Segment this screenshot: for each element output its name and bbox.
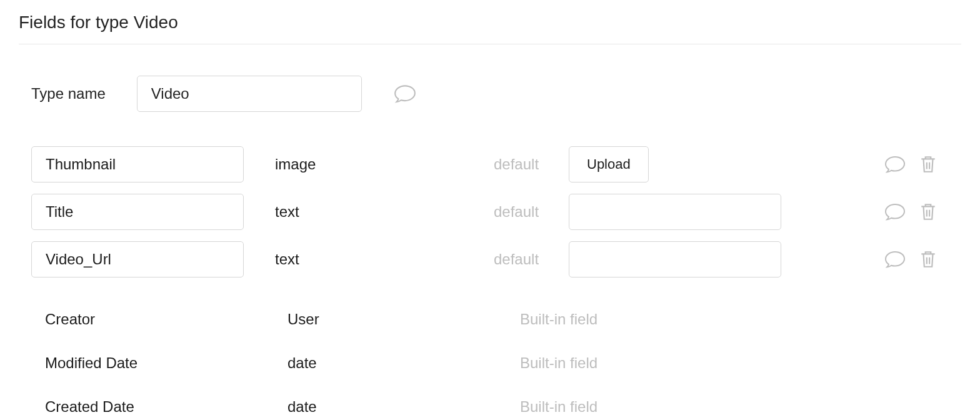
field-name-input[interactable] xyxy=(31,241,244,278)
default-label: default xyxy=(494,156,562,173)
field-name-input[interactable] xyxy=(31,146,244,182)
trash-icon xyxy=(920,250,936,269)
builtin-field-label: Built-in field xyxy=(520,354,949,372)
field-comment-button[interactable] xyxy=(884,155,906,174)
default-value-input[interactable] xyxy=(569,194,781,230)
field-delete-button[interactable] xyxy=(920,250,936,269)
type-name-input[interactable] xyxy=(137,76,362,112)
type-name-label: Type name xyxy=(31,85,106,102)
builtin-field-type: User xyxy=(270,311,520,328)
field-comment-button[interactable] xyxy=(884,202,906,221)
field-type-label: text xyxy=(244,203,494,221)
type-comment-button[interactable] xyxy=(393,84,417,104)
field-row: text default xyxy=(31,241,949,278)
field-name-input[interactable] xyxy=(31,194,244,230)
trash-icon xyxy=(920,155,936,174)
builtin-field-type: date xyxy=(270,398,520,416)
comment-icon xyxy=(884,155,906,174)
default-label: default xyxy=(494,203,562,221)
builtin-field-row: Creator User Built-in field xyxy=(31,301,949,338)
builtin-field-name: Creator xyxy=(45,311,270,328)
field-row: image default Upload xyxy=(31,146,949,182)
builtin-field-row: Created Date date Built-in field xyxy=(31,389,949,420)
default-label: default xyxy=(494,251,562,268)
builtin-field-row: Modified Date date Built-in field xyxy=(31,345,949,381)
builtin-field-type: date xyxy=(270,354,520,372)
comment-icon xyxy=(884,250,906,269)
builtin-field-label: Built-in field xyxy=(520,398,949,416)
builtin-field-label: Built-in field xyxy=(520,311,949,328)
field-row: text default xyxy=(31,194,949,230)
trash-icon xyxy=(920,202,936,221)
comment-icon xyxy=(393,84,417,104)
default-value-input[interactable] xyxy=(569,241,781,278)
field-type-label: text xyxy=(244,251,494,268)
builtin-field-name: Created Date xyxy=(45,398,270,416)
field-delete-button[interactable] xyxy=(920,155,936,174)
comment-icon xyxy=(884,202,906,221)
field-delete-button[interactable] xyxy=(920,202,936,221)
type-name-row: Type name xyxy=(31,76,949,112)
page-title: Fields for type Video xyxy=(19,12,961,44)
builtin-field-name: Modified Date xyxy=(45,354,270,372)
field-type-label: image xyxy=(244,156,494,173)
upload-button[interactable]: Upload xyxy=(569,146,649,182)
field-comment-button[interactable] xyxy=(884,250,906,269)
